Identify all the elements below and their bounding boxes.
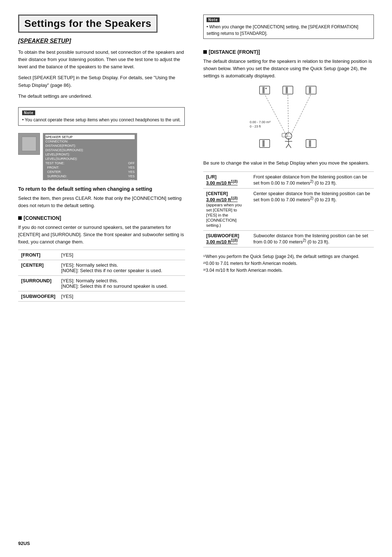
table-cell-value: Front speaker distance from the listenin…	[250, 171, 374, 188]
distance-front-text: The default distance setting for the spe…	[203, 58, 374, 80]
footnote-1: ¹⁾When you perform the Quick Setup (page…	[203, 253, 374, 260]
setup-display-image: SPEAKER SETUP CONNECTION: DISTANCE(FRONT…	[43, 133, 137, 180]
distance-diagram: ▲	[249, 83, 328, 156]
table-cell-key: [SUBWOOFER]	[18, 291, 58, 301]
square-bullet-icon-2	[203, 50, 207, 54]
table-row: [SUBWOOFER] 3.00 m/10 ft1)3) Subwoofer d…	[203, 230, 374, 247]
svg-line-9	[289, 94, 311, 140]
table-row: [FRONT] [YES]	[18, 250, 185, 260]
table-cell-key: [FRONT]	[18, 250, 58, 260]
return-text: Select the item, then press CLEAR. Note …	[18, 195, 185, 209]
connection-heading: [CONNECTION]	[18, 215, 185, 221]
note-text-left: • You cannot operate these setup items w…	[22, 117, 181, 123]
table-row: [L/R] 3.00 m/10 ft1)3) Front speaker dis…	[203, 171, 374, 188]
table-row: [CENTER] [YES]: Normally select this.[NO…	[18, 260, 185, 275]
setup-row: SPEAKER SETUP	[45, 135, 135, 139]
table-cell-key: [CENTER] 3.00 m/10 ft1)3) (appears when …	[203, 188, 250, 230]
setup-row: FRONT:YES	[45, 165, 135, 170]
table-row: [CENTER] 3.00 m/10 ft1)3) (appears when …	[203, 188, 374, 230]
svg-marker-13	[309, 140, 311, 147]
distance-front-heading: [DISTANCE (FRONT)]	[203, 49, 374, 55]
table-cell-value: [YES]	[58, 291, 185, 301]
setup-row: DISTANCE(FRONT):	[45, 144, 135, 148]
distance-center-value: 3.00 m/10 ft1)3)	[206, 197, 238, 202]
page-number: 92US	[18, 541, 30, 546]
svg-line-18	[289, 144, 291, 148]
distance-sub-value: 3.00 m/10 ft1)3)	[206, 239, 238, 245]
return-heading: To return to the default setting when ch…	[18, 186, 185, 192]
note-box-right: Note • When you change the [CONNECTION] …	[203, 15, 374, 39]
table-cell-value: [YES]: Normally select this.[NONE]: Sele…	[58, 260, 185, 275]
svg-line-17	[286, 144, 289, 148]
diagram-svg: ▲	[249, 83, 328, 156]
svg-text:0.00 - 7.00 m²⁾: 0.00 - 7.00 m²⁾	[250, 120, 271, 124]
table-cell-key: [CENTER]	[18, 260, 58, 275]
table-row: [SUBWOOFER] [YES]	[18, 291, 185, 301]
note-label-right: Note	[207, 17, 220, 22]
square-bullet-icon	[18, 216, 22, 220]
setup-row: LEVEL(SURROUND):	[45, 157, 135, 161]
intro-text: To obtain the best possible surround sou…	[18, 49, 185, 70]
select-text: Select [SPEAKER SETUP] in the Setup Disp…	[18, 74, 185, 89]
page-title: Settings for the Speakers	[18, 15, 158, 33]
note-box-left: Note • You cannot operate these setup it…	[18, 107, 185, 126]
svg-text:▲: ▲	[265, 86, 268, 90]
setup-row: LEVEL(FRONT):	[45, 152, 135, 157]
footnotes: ¹⁾When you perform the Quick Setup (page…	[203, 253, 374, 274]
svg-marker-11	[262, 140, 265, 147]
setup-row: CENTER:YES	[45, 170, 135, 174]
table-cell-value: Center speaker distance from the listeni…	[250, 188, 374, 230]
svg-rect-21	[282, 133, 287, 137]
svg-line-7	[265, 94, 289, 140]
svg-marker-6	[309, 87, 311, 93]
table-cell-key: [L/R] 3.00 m/10 ft1)3)	[203, 171, 250, 188]
distance-lr-value: 3.00 m/10 ft1)3)	[206, 181, 238, 186]
table-cell-key: [SURROUND]	[18, 275, 58, 291]
speaker-setup-heading: [SPEAKER SETUP]	[18, 38, 185, 44]
connection-table: [FRONT] [YES] [CENTER] [YES]: Normally s…	[18, 250, 185, 302]
svg-text:0 - 23 ft: 0 - 23 ft	[250, 125, 261, 128]
setup-row: SURROUND:YES	[45, 174, 135, 178]
connection-text: If you do not connect center or surround…	[18, 224, 185, 246]
setup-row: CONNECTION:	[45, 139, 135, 144]
svg-marker-4	[286, 87, 288, 93]
diagram-caption: Be sure to change the value in the Setup…	[203, 160, 374, 167]
table-cell-key: [SUBWOOFER] 3.00 m/10 ft1)3)	[203, 230, 250, 247]
table-cell-value: Subwoofer distance from the listening po…	[250, 230, 374, 247]
footnote-3: ³⁾3.04 m/10 ft for North American models…	[203, 267, 374, 274]
table-cell-value: [YES]: Normally select this.[NONE]: Sele…	[58, 275, 185, 291]
footnote-2: ²⁾0.00 to 7.01 meters for North American…	[203, 260, 374, 267]
table-row: [SURROUND] [YES]: Normally select this.[…	[18, 275, 185, 291]
default-text: The default settings are underlined.	[18, 93, 185, 100]
note-text-right: • When you change the [CONNECTION] setti…	[207, 24, 371, 37]
note-label-left: Note	[22, 110, 35, 115]
setup-row: TEST TONE:OFF	[45, 161, 135, 165]
table-cell-value: [YES]	[58, 250, 185, 260]
distance-table: [L/R] 3.00 m/10 ft1)3) Front speaker dis…	[203, 171, 374, 247]
setup-row: SUBWOOFER:YES	[45, 178, 135, 180]
setup-row: DISTANCE(SURROUND):	[45, 148, 135, 152]
